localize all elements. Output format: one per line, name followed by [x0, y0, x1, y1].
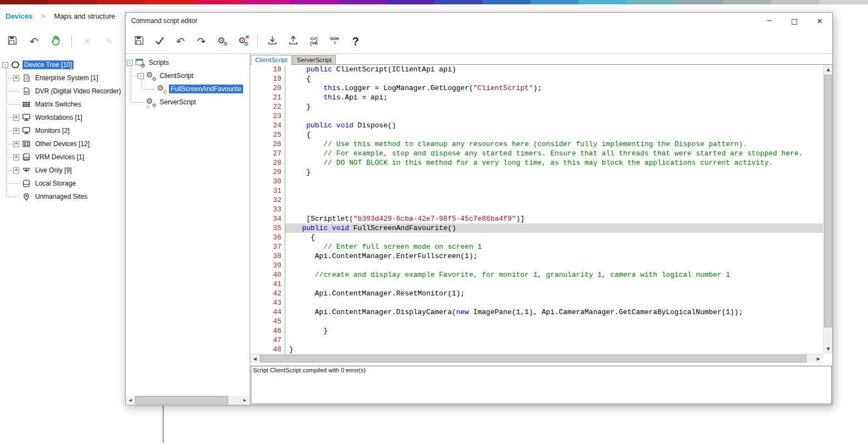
scroll-right-icon[interactable]: ▶	[241, 396, 249, 404]
minimize-button[interactable]: ─	[757, 13, 782, 29]
nav-tab-maps-and-structure[interactable]: Maps and structure	[54, 12, 115, 20]
tree-label[interactable]: Scripts	[147, 58, 171, 67]
code-line-35[interactable]: 35 public void FullScreenAndFavourite()	[250, 223, 823, 233]
collapse-icon[interactable]: -	[127, 60, 133, 66]
code-line-39[interactable]: 39	[250, 261, 823, 270]
code-editor[interactable]: 18 public ClientScript(IClientApi api)19…	[250, 64, 832, 354]
csharp-vb-convert-button[interactable]: C#]{VB	[306, 32, 322, 50]
device-tree-item-workstations-1[interactable]: +Workstations [1]	[1, 111, 125, 124]
device-tree-item-matrix-switches[interactable]: Matrix Switches	[1, 98, 125, 111]
tree-label[interactable]: Enterprise System [1]	[33, 74, 100, 82]
add-scriptlet-button[interactable]: ⚙⚙	[215, 32, 230, 50]
redo-button[interactable]: ↷	[194, 32, 209, 50]
code-line-40[interactable]: 40 //create and display example Favorite…	[250, 270, 823, 280]
tree-label[interactable]: Workstations [1]	[33, 113, 84, 122]
code-line-42[interactable]: 42 Api.ContentManager.ResetMonitor(1);	[250, 289, 823, 298]
tree-label[interactable]: Monitors [2]	[33, 126, 71, 135]
device-tree-item-vrm-devices-1[interactable]: +VRM Devices [1]	[1, 150, 125, 164]
tree-label[interactable]: Local Storage	[33, 179, 77, 188]
expand-icon[interactable]: +	[13, 75, 19, 81]
tree-label[interactable]: Live Only [9]	[33, 166, 74, 175]
code-line-28[interactable]: 28 // DO NOT BLOCK in this method for a …	[250, 158, 823, 167]
tree-label[interactable]: Device Tree [10]	[22, 60, 74, 69]
code-line-45[interactable]: 45	[250, 317, 823, 326]
script-tree-item-clientscript[interactable]: -⚙⚙ClientScript	[126, 69, 250, 82]
expand-icon[interactable]: +	[13, 167, 19, 174]
code-line-47[interactable]: 47	[250, 336, 823, 345]
tree-label[interactable]: ServerScript	[158, 98, 198, 107]
undo-button[interactable]: ↶	[24, 32, 44, 51]
code-line-33[interactable]: 33	[250, 205, 823, 214]
vertical-scrollbar[interactable]: ▲ ▼	[823, 65, 832, 354]
scroll-right-icon[interactable]: ▶	[814, 354, 823, 364]
edit-button[interactable]: ✎	[99, 32, 119, 51]
code-line-22[interactable]: 22 }	[250, 102, 823, 111]
device-tree-item-unmanaged-sites[interactable]: Unmanaged Sites	[1, 190, 125, 203]
scroll-down-icon[interactable]: ▼	[824, 344, 832, 354]
sdk-help-button[interactable]: SDK?	[327, 32, 342, 50]
code-line-18[interactable]: 18 public ClientScript(IClientApi api)	[250, 65, 823, 74]
tree-label[interactable]: FullScreenAndFavourite	[169, 85, 243, 93]
script-tree-item-scripts[interactable]: -⚙Scripts	[126, 56, 250, 69]
code-line-30[interactable]: 30	[250, 177, 823, 186]
delete-scriptlet-button[interactable]: ⚙⚙✕	[235, 32, 251, 50]
tree-label[interactable]: DVR (Digital Video Recorder)	[33, 87, 123, 96]
device-tree-item-enterprise-system-1[interactable]: +Enterprise System [1]	[1, 71, 125, 85]
editor-tab-serverscript[interactable]: ServerScript	[292, 55, 336, 64]
expand-icon[interactable]: +	[13, 128, 19, 134]
check-button[interactable]	[152, 32, 167, 50]
close-button[interactable]: ✕	[807, 13, 832, 29]
horizontal-scrollbar[interactable]: ◀ ▶	[250, 354, 823, 363]
code-line-24[interactable]: 24 public void Dispose()	[250, 121, 823, 130]
import-button[interactable]	[264, 32, 280, 50]
code-line-37[interactable]: 37 // Enter full screen mode on screen 1	[250, 242, 823, 252]
device-tree-item-live-only-9[interactable]: +Live Only [9]	[1, 164, 125, 177]
tree-label[interactable]: ClientScript	[158, 71, 195, 80]
code-line-48[interactable]: 48}	[250, 345, 823, 354]
code-line-29[interactable]: 29 }	[250, 167, 823, 177]
device-tree-item-other-devices-12[interactable]: +Other Devices [12]	[1, 137, 125, 150]
scroll-left-icon[interactable]: ◀	[250, 354, 260, 364]
code-line-27[interactable]: 27 // For example, stop and dispose any …	[250, 149, 823, 158]
help-button[interactable]: ?	[348, 32, 363, 50]
script-tree-horizontal-scrollbar[interactable]: ◀ ▶	[126, 396, 249, 404]
code-line-36[interactable]: 36 {	[250, 233, 823, 242]
code-line-38[interactable]: 38 Api.ContentManager.EnterFullscreen(1)…	[250, 252, 823, 261]
collapse-icon[interactable]: -	[138, 73, 144, 79]
dialog-title-bar[interactable]: Command script editor ─□✕	[126, 13, 832, 29]
editor-tab-clientscript[interactable]: ClientScript	[251, 55, 292, 65]
delete-button[interactable]: ✕	[77, 32, 97, 51]
device-tree-item-dvr-digital-video-recorder[interactable]: DVR (Digital Video Recorder)	[1, 85, 125, 98]
code-line-21[interactable]: 21 this.Api = api;	[250, 93, 823, 102]
code-line-34[interactable]: 34 [Scriptlet("b393d429-6cba-42e7-98f5-4…	[250, 214, 823, 223]
code-line-41[interactable]: 41	[250, 280, 823, 289]
expand-icon[interactable]: +	[13, 115, 19, 121]
device-tree-item-device-tree-10[interactable]: -Device Tree [10]	[1, 58, 125, 71]
tree-label[interactable]: Other Devices [12]	[33, 139, 91, 148]
script-tree-item-serverscript[interactable]: ⚙⚙△ServerScript	[126, 96, 250, 109]
code-line-32[interactable]: 32	[250, 195, 823, 205]
tree-label[interactable]: Matrix Switches	[33, 100, 83, 109]
scroll-up-icon[interactable]: ▲	[824, 65, 832, 74]
code-line-31[interactable]: 31	[250, 186, 823, 195]
code-line-20[interactable]: 20 this.Logger = LogManager.GetLogger("C…	[250, 83, 823, 93]
scrollbar-thumb[interactable]	[260, 355, 807, 362]
hand-button[interactable]	[46, 32, 66, 51]
code-line-19[interactable]: 19 {	[250, 74, 823, 83]
scroll-left-icon[interactable]: ◀	[126, 396, 134, 404]
code-line-44[interactable]: 44 Api.ContentManager.DisplayCamera(new …	[250, 308, 823, 317]
expand-icon[interactable]: +	[13, 154, 19, 160]
maximize-button[interactable]: □	[782, 13, 807, 29]
code-line-25[interactable]: 25 {	[250, 130, 823, 139]
scrollbar-thumb[interactable]	[824, 75, 832, 327]
scrollbar-thumb[interactable]	[135, 396, 228, 404]
code-line-43[interactable]: 43	[250, 298, 823, 308]
device-tree-item-local-storage[interactable]: Local Storage	[1, 177, 125, 190]
tree-label[interactable]: VRM Devices [1]	[33, 153, 86, 161]
save-button[interactable]	[131, 32, 146, 50]
tree-label[interactable]: Unmanaged Sites	[33, 192, 89, 201]
undo-button[interactable]: ↶	[173, 32, 188, 50]
code-line-23[interactable]: 23	[250, 111, 823, 121]
collapse-icon[interactable]: -	[2, 62, 8, 68]
save-button[interactable]	[2, 32, 22, 51]
